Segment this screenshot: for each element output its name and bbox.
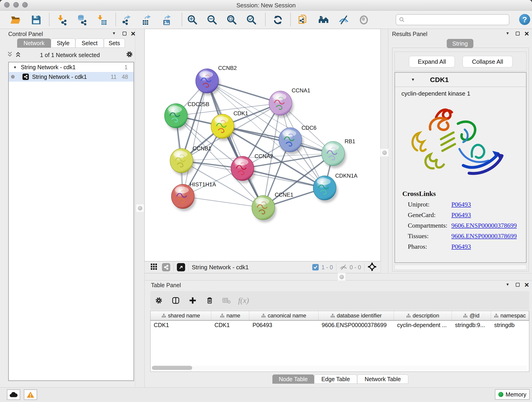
open-view-in-window-icon[interactable] — [177, 263, 185, 271]
hide-panel-button[interactable] — [337, 13, 350, 26]
results-panel-float-icon[interactable] — [516, 32, 520, 36]
control-panel-title: Control Panel — [8, 31, 43, 37]
tab-style[interactable]: Style — [51, 38, 75, 48]
right-splitter[interactable] — [380, 29, 388, 273]
expand-all-networks-icon[interactable] — [15, 51, 21, 59]
node-cdkn1a[interactable] — [313, 176, 338, 203]
node-ccna1[interactable] — [269, 91, 293, 118]
column-header-canonical-name[interactable]: canonical name — [249, 311, 318, 320]
node-ccnb2[interactable] — [196, 69, 220, 96]
table-panel-menu-caret-icon[interactable]: ▼ — [506, 282, 510, 287]
tab-node-table[interactable]: Node Table — [272, 375, 314, 384]
node-cdc25b[interactable] — [165, 104, 189, 130]
network-from-clipboard-button[interactable] — [297, 13, 309, 26]
search-input[interactable] — [405, 16, 509, 23]
node-cdk1[interactable] — [211, 114, 235, 141]
scrollbar-thumb[interactable] — [152, 366, 192, 370]
node-hist1h1a[interactable] — [171, 184, 196, 211]
column-header-database-identifier[interactable]: database identifier — [318, 311, 394, 320]
edge-ccnb2-hist1h1a[interactable] — [183, 81, 207, 196]
show-panel-button[interactable] — [357, 13, 370, 26]
results-panel-menu-caret-icon[interactable]: ▼ — [506, 31, 510, 36]
control-panel-close-icon[interactable]: × — [131, 31, 135, 36]
table-cell: cyclin-dependent ... — [394, 321, 452, 329]
column-header-namespac[interactable]: namespac — [491, 311, 529, 320]
import-network-database-button[interactable] — [75, 13, 88, 26]
zoom-in-button[interactable] — [186, 13, 199, 26]
node-cdc6[interactable] — [279, 128, 303, 154]
crosslink-link[interactable]: 9606.ENSP00000378699 — [451, 222, 517, 229]
title-bar: Session: New Session — [0, 0, 532, 11]
toolbar-divider — [188, 263, 189, 271]
tab-network-table[interactable]: Network Table — [357, 375, 408, 384]
horizontal-splitter-handle[interactable] — [337, 273, 346, 281]
toolbar-separator — [115, 13, 116, 26]
import-table-button[interactable] — [95, 13, 108, 26]
collapse-all-networks-icon[interactable] — [7, 51, 13, 59]
control-panel-float-icon[interactable] — [123, 32, 127, 36]
crosslink-link[interactable]: P06493 — [451, 201, 471, 208]
delete-column-icon[interactable] — [201, 297, 218, 304]
node-rb1[interactable] — [322, 141, 346, 168]
table-panel-close-icon[interactable]: × — [525, 282, 529, 287]
zoom-fit-button[interactable] — [225, 13, 238, 26]
show-columns-icon[interactable] — [167, 296, 184, 305]
grid-view-icon[interactable] — [151, 263, 157, 271]
tab-sets[interactable]: Sets — [104, 38, 125, 48]
network-share-icon[interactable] — [162, 263, 170, 271]
tab-network[interactable]: Network — [17, 38, 51, 48]
horizontal-splitter[interactable] — [145, 273, 532, 281]
cloud-status-button[interactable] — [7, 389, 20, 400]
results-panel-close-icon[interactable]: × — [525, 31, 529, 36]
column-header-shared-name[interactable]: shared name — [151, 311, 211, 320]
node-ccna2[interactable] — [231, 156, 255, 183]
crosslink-link[interactable]: 9606.ENSP00000378699 — [451, 232, 517, 240]
network-row-selected[interactable]: String Network - cdk1 11 48 — [9, 72, 133, 82]
edge-ccnb2-ccne1[interactable] — [207, 81, 263, 208]
table-panel-float-icon[interactable] — [516, 283, 520, 288]
table-row[interactable]: CDK1CDK1P064939606.ENSP00000378699cyclin… — [151, 321, 529, 329]
expand-all-button[interactable]: Expand All — [409, 56, 455, 67]
fit-selected-crosshair-icon[interactable] — [368, 262, 376, 272]
tab-edge-table[interactable]: Edge Table — [314, 375, 357, 384]
help-button[interactable]: ? — [519, 14, 530, 25]
tab-select[interactable]: Select — [75, 38, 104, 48]
memory-button[interactable]: Memory — [495, 389, 530, 400]
results-scroll-strip[interactable] — [394, 265, 526, 270]
results-tab-string[interactable]: String — [447, 39, 473, 48]
save-session-button[interactable] — [30, 13, 43, 26]
gene-card-header[interactable]: ▼ CDK1 — [395, 73, 526, 87]
refresh-network-button[interactable] — [272, 13, 284, 26]
network-canvas[interactable]: CCNB2CCNA1CDC25BCDK1CDC6RB1CCNB1CCNA2CDK… — [145, 29, 380, 261]
table-horizontal-scrollbar[interactable] — [152, 366, 527, 370]
collection-expand-icon[interactable]: ▼ — [13, 65, 17, 69]
search-field[interactable] — [396, 14, 509, 25]
warnings-button[interactable] — [24, 389, 37, 400]
table-gear-icon[interactable] — [150, 296, 167, 305]
gene-expand-icon[interactable]: ▼ — [411, 77, 415, 82]
column-header--id[interactable]: @id — [452, 311, 491, 320]
export-image-button[interactable] — [160, 13, 173, 26]
string-home-button[interactable] — [317, 13, 330, 26]
collapse-all-button[interactable]: Collapse All — [462, 56, 513, 67]
left-splitter-handle[interactable] — [136, 204, 144, 212]
crosslink-link[interactable]: P06493 — [451, 211, 471, 219]
column-header-description[interactable]: description — [394, 311, 452, 320]
column-header-name[interactable]: name — [211, 311, 249, 320]
edge-cdk1-rb1[interactable] — [222, 126, 333, 153]
export-network-button[interactable] — [120, 13, 133, 26]
table-panel-title: Table Panel — [151, 282, 181, 288]
network-options-gear-icon[interactable] — [126, 51, 133, 59]
zoom-out-button[interactable] — [206, 13, 219, 26]
left-splitter[interactable] — [135, 29, 145, 387]
network-collection-row[interactable]: ▼ String Network - cdk1 1 — [9, 62, 133, 72]
import-network-file-button[interactable] — [55, 13, 68, 26]
selected-checkbox-icon[interactable] — [312, 264, 319, 270]
right-splitter-handle[interactable] — [380, 148, 389, 157]
zoom-selected-button[interactable] — [245, 13, 258, 26]
crosslink-link[interactable]: P06493 — [451, 243, 471, 250]
export-table-button[interactable] — [140, 13, 153, 26]
add-column-icon[interactable] — [184, 297, 201, 304]
control-panel-menu-caret-icon[interactable]: ▼ — [112, 31, 116, 36]
open-session-button[interactable] — [9, 13, 22, 26]
